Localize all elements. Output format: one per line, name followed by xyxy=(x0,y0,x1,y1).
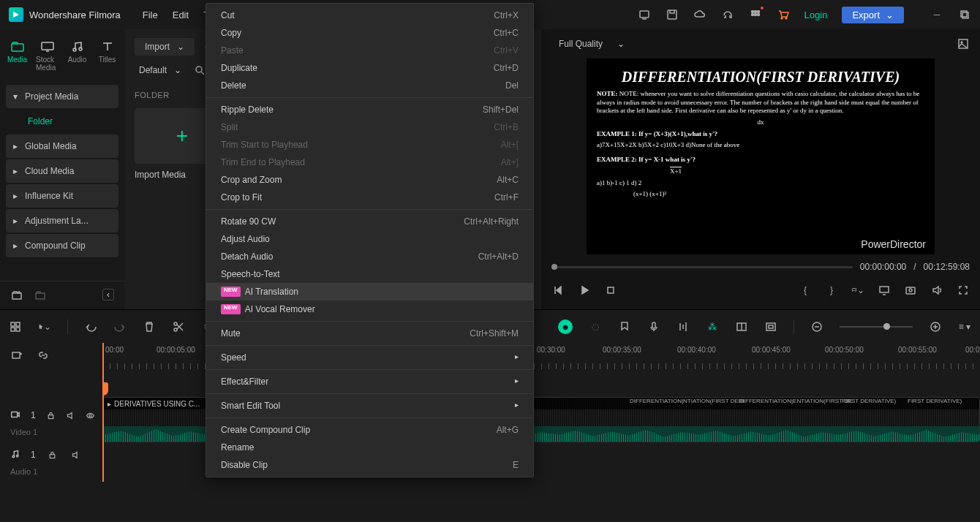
tab-stock[interactable]: Stock Media xyxy=(33,35,61,77)
crop-outline-icon[interactable] xyxy=(764,320,777,333)
mark-in-icon[interactable]: { xyxy=(799,284,812,297)
audio-mix-icon[interactable] xyxy=(676,320,690,333)
ctx-item-create-compound-clip[interactable]: Create Compound ClipAlt+G xyxy=(206,421,533,439)
quality-select[interactable]: Full Quality⌄ xyxy=(551,37,632,51)
ctx-item-duplicate[interactable]: DuplicateCtrl+D xyxy=(206,59,533,77)
ctx-item-ai-vocal-remover[interactable]: NEWAI Vocal Remover xyxy=(206,300,533,318)
lock-icon[interactable] xyxy=(46,409,56,422)
ctx-item-cut[interactable]: CutCtrl+X xyxy=(206,7,533,24)
headset-icon[interactable] xyxy=(721,8,734,21)
panels-icon[interactable] xyxy=(735,320,748,333)
ctx-item-detach-audio[interactable]: Detach AudioCtrl+Alt+D xyxy=(206,248,533,265)
step-back-icon[interactable] xyxy=(551,284,565,297)
export-button[interactable]: Export⌄ xyxy=(842,7,904,23)
ctx-item-effect-filter[interactable]: Effect&Filter xyxy=(206,373,533,390)
ctx-item-delete[interactable]: DeleteDel xyxy=(206,77,533,94)
play-icon[interactable] xyxy=(578,284,591,297)
tree-folder[interactable]: Folder xyxy=(6,110,118,133)
caret-down-icon: ▾ xyxy=(13,91,19,102)
delete-icon[interactable] xyxy=(143,320,156,333)
cart-icon[interactable] xyxy=(777,8,790,21)
screen-icon[interactable] xyxy=(638,8,651,21)
track-options-icon[interactable]: ≡ ▾ xyxy=(958,320,971,333)
pointer-icon[interactable]: ⌄ xyxy=(38,320,51,333)
markers-icon[interactable]: ⌄ xyxy=(851,284,864,297)
ctx-label: Detach Audio xyxy=(221,251,273,262)
save-icon[interactable] xyxy=(666,8,679,21)
mute-track-icon[interactable] xyxy=(69,448,83,461)
minimize-icon[interactable]: ─ xyxy=(930,8,943,21)
cloud-icon[interactable] xyxy=(693,8,706,21)
zoom-slider[interactable] xyxy=(840,326,913,328)
ctx-item-rename[interactable]: Rename xyxy=(206,439,533,456)
fullscreen-icon[interactable] xyxy=(957,284,970,297)
layout-icon[interactable] xyxy=(9,320,22,333)
stop-icon[interactable] xyxy=(604,284,617,297)
audio-track-header[interactable]: 1 xyxy=(0,442,102,467)
add-folder-icon[interactable] xyxy=(10,289,23,302)
ctx-shortcut: Alt+C xyxy=(497,175,519,185)
tab-titles[interactable]: Titles xyxy=(93,35,121,77)
video-track-header[interactable]: 1 xyxy=(0,403,102,428)
zoom-in-icon[interactable] xyxy=(929,320,942,333)
tree-influence-kit[interactable]: ▸Influence Kit xyxy=(6,184,118,208)
ctx-item-adjust-audio[interactable]: Adjust Audio xyxy=(206,230,533,248)
maximize-icon[interactable] xyxy=(958,8,971,21)
split-icon[interactable] xyxy=(172,320,185,333)
menu-file[interactable]: File xyxy=(143,10,158,20)
mic-icon[interactable] xyxy=(647,320,660,333)
video-preview[interactable]: DIFFERENTIATION(FIRST DERIVATIVE) NOTE: … xyxy=(587,58,935,254)
ctx-item-mute[interactable]: MuteCtrl+Shift+M xyxy=(206,325,533,342)
ctx-item-ai-translation[interactable]: NEWAI Translation xyxy=(206,283,533,300)
mute-track-icon[interactable] xyxy=(66,409,75,422)
add-track-icon[interactable] xyxy=(10,349,23,362)
ctx-item-smart-edit-tool[interactable]: Smart Edit Tool xyxy=(206,397,533,415)
marker-icon[interactable] xyxy=(618,320,631,333)
volume-icon[interactable] xyxy=(930,284,943,297)
svg-point-4 xyxy=(757,11,759,13)
zoom-out-icon[interactable] xyxy=(810,320,823,333)
redo-icon[interactable] xyxy=(113,320,127,333)
menu-edit[interactable]: Edit xyxy=(173,10,189,20)
lock-icon[interactable] xyxy=(46,448,59,461)
image-icon[interactable] xyxy=(957,37,970,50)
tree-global-media[interactable]: ▸Global Media xyxy=(6,135,118,158)
eye-icon[interactable] xyxy=(86,409,95,422)
caret-right-icon: ▸ xyxy=(13,141,19,151)
apps-icon[interactable] xyxy=(749,8,762,21)
import-folder-icon[interactable] xyxy=(34,289,47,302)
ctx-label: Create Compound Clip xyxy=(221,425,310,435)
display-icon[interactable] xyxy=(878,284,891,297)
tree-project-media[interactable]: ▾Project Media xyxy=(6,85,118,108)
preview-slider[interactable] xyxy=(551,266,853,268)
ai-button[interactable]: ☻ xyxy=(558,319,573,334)
sort-button[interactable]: Default⌄ xyxy=(135,63,186,77)
ctx-item-speed[interactable]: Speed xyxy=(206,349,533,366)
playhead[interactable] xyxy=(102,343,104,482)
ctx-shortcut: E xyxy=(513,460,519,470)
ctx-item-speech-to-text[interactable]: Speech-to-Text xyxy=(206,265,533,283)
tree-adjustment-layer[interactable]: ▸Adjustment La... xyxy=(6,209,118,232)
collapse-icon[interactable]: ‹ xyxy=(102,289,114,300)
link-icon[interactable] xyxy=(37,349,50,362)
ctx-item-disable-clip[interactable]: Disable ClipE xyxy=(206,456,533,474)
login-button[interactable]: Login xyxy=(804,10,828,20)
tab-media[interactable]: Media xyxy=(3,35,31,77)
ctx-item-crop-and-zoom[interactable]: Crop and ZoomAlt+C xyxy=(206,171,533,189)
tree-compound-clip[interactable]: ▸Compound Clip xyxy=(6,234,118,257)
ctx-item-copy[interactable]: CopyCtrl+C xyxy=(206,24,533,42)
ctx-item-ripple-delete[interactable]: Ripple DeleteShift+Del xyxy=(206,101,533,118)
ctx-item-crop-to-fit[interactable]: Crop to FitCtrl+F xyxy=(206,189,533,206)
snapshot-icon[interactable] xyxy=(904,284,917,297)
mark-out-icon[interactable]: } xyxy=(825,284,838,297)
tree-cloud-media[interactable]: ▸Cloud Media xyxy=(6,159,118,183)
import-button[interactable]: Import⌄ xyxy=(135,38,195,56)
effect-icon[interactable]: ◌ xyxy=(589,320,602,333)
chevron-down-icon: ⌄ xyxy=(174,65,181,75)
ctx-label: Rotate 90 CW xyxy=(221,216,276,227)
ctx-item-rotate-90-cw[interactable]: Rotate 90 CWCtrl+Alt+Right xyxy=(206,213,533,230)
tab-audio[interactable]: Audio xyxy=(63,35,91,77)
undo-icon[interactable] xyxy=(84,320,97,333)
smart-icon[interactable]: ⁂ xyxy=(706,320,719,333)
search-icon[interactable] xyxy=(193,64,206,77)
